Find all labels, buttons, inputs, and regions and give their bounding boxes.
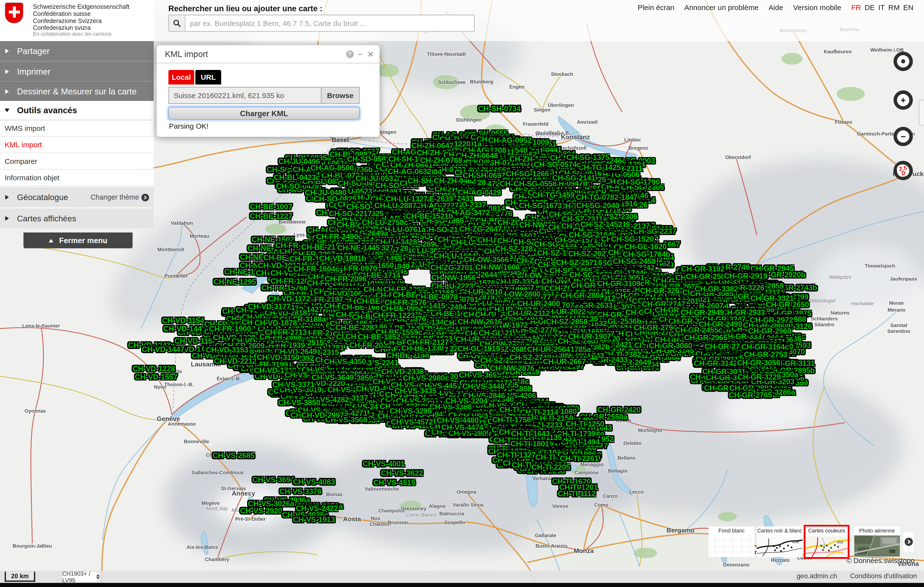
sidebar-subitem-information-objet[interactable]: Information objet	[0, 170, 154, 186]
toggle-25d-button[interactable]: 2.5 D	[893, 161, 913, 180]
sidebar-item-cartes-affichees[interactable]: Cartes affichées	[0, 207, 154, 228]
org-line: Schweizerische Eidgenossenschaft	[33, 3, 129, 10]
scale-bar: 20 km	[5, 572, 35, 582]
parsing-status: Parsing OK!	[169, 122, 208, 131]
help-icon[interactable]: ?	[346, 50, 353, 58]
geoadmin-app: {"x":0}	[0, 0, 924, 587]
zoom-in-button[interactable]: +	[893, 91, 913, 110]
file-value: Suisse 20160221.kml, 621.935 ko	[169, 88, 321, 103]
basemap-label: Cartes couleurs	[805, 527, 848, 534]
sidebar-item-label: Géocatalogue	[17, 192, 68, 202]
sidebar: Partager Imprimer Dessiner & Mesurer sur…	[0, 41, 154, 228]
tab-url[interactable]: URL	[195, 70, 221, 84]
org-line: Confédération suisse	[33, 10, 91, 17]
basemap-label: Fond blanc	[709, 527, 754, 534]
basemap-thumb-blank	[709, 534, 754, 557]
basemap-next-button[interactable]	[903, 532, 914, 552]
basemap-thumb-color: 458	[805, 534, 848, 557]
file-input[interactable]: Suisse 20160221.kml, 621.935 ko Browse	[168, 87, 360, 104]
sidebar-item-label: Partager	[17, 46, 50, 56]
chevron-right-icon	[5, 89, 9, 94]
chevron-right-icon	[5, 216, 9, 221]
subitem-label: Information objet	[5, 174, 59, 182]
org-line: Confederaziun svizra	[33, 24, 91, 31]
swiss-coat-of-arms-icon	[5, 3, 23, 23]
basemap-label: Cartes noir & blanc	[757, 527, 802, 534]
minus-icon: −	[897, 131, 909, 142]
sidebar-item-label: Dessiner & Mesurer sur la carte	[17, 87, 137, 96]
tab-local[interactable]: Local	[168, 70, 194, 84]
language-switcher: FRDEITRMEN	[851, 3, 913, 12]
crs-label: CH1903+ / LV95	[62, 570, 94, 583]
sort-arrows-icon	[96, 574, 100, 579]
map-attribution: © Données:swisstopo	[846, 556, 915, 565]
default-extent-button[interactable]	[893, 51, 913, 71]
top-links: Plein écranAnnoncer un problèmeAideVersi…	[638, 3, 914, 12]
zoom-out-button[interactable]: −	[893, 127, 913, 146]
basemap-label: Photo aérienne	[854, 527, 900, 534]
close-menu-button[interactable]: Fermer menu	[23, 232, 132, 248]
basemap-photo-aerienne[interactable]: Photo aérienne	[854, 527, 900, 557]
change-theme-button[interactable]: Changer thème	[91, 193, 149, 202]
browse-button[interactable]: Browse	[321, 88, 359, 103]
plus-icon: +	[897, 94, 909, 106]
chevron-right-icon	[5, 69, 9, 74]
basemap-fond-blanc[interactable]: Fond blanc	[709, 527, 754, 557]
footer-bar: 20 km CH1903+ / LV95 geo.admin.chConditi…	[0, 570, 924, 583]
dialog-header[interactable]: KML import ? − ✕	[157, 45, 380, 63]
lang-de[interactable]: DE	[865, 3, 875, 12]
chevron-right-icon	[5, 49, 9, 53]
lang-en[interactable]: EN	[903, 3, 914, 12]
collaboration-note: En collaboration avec les cantons	[33, 31, 111, 37]
subitem-label: KML import	[5, 141, 42, 149]
chevron-right-icon	[5, 195, 9, 200]
sidebar-item-dessiner[interactable]: Dessiner & Mesurer sur la carte	[0, 81, 154, 101]
lang-rm[interactable]: RM	[888, 3, 900, 12]
sidebar-item-label: Cartes affichées	[17, 214, 76, 223]
sidebar-subitem-kml-import[interactable]: KML import	[0, 137, 154, 153]
sidebar-item-label: Imprimer	[17, 66, 51, 76]
close-icon[interactable]: ✕	[367, 50, 374, 58]
25d-icon: 2.5 D	[896, 164, 910, 178]
top-link[interactable]: Annoncer un problème	[685, 3, 759, 12]
close-menu-label: Fermer menu	[59, 236, 107, 245]
svg-text:458: 458	[792, 539, 799, 544]
lang-it[interactable]: IT	[878, 3, 885, 12]
top-link[interactable]: Plein écran	[638, 3, 675, 12]
panel-handle[interactable]	[919, 100, 924, 126]
sidebar-item-outils-avances[interactable]: Outils avancés	[0, 101, 154, 120]
chevron-down-icon	[5, 109, 9, 112]
top-link[interactable]: Aide	[769, 3, 783, 12]
basemap-thumb-bw: 458	[757, 534, 802, 557]
top-link[interactable]: Version mobile	[793, 3, 842, 12]
kml-import-dialog: KML import ? − ✕ Local URL Suisse 201602…	[157, 45, 380, 137]
basemap-cartes-couleurs[interactable]: Cartes couleurs 458	[804, 525, 850, 559]
change-theme-label: Changer thème	[91, 193, 139, 202]
sidebar-subitem-wms-import[interactable]: WMS import	[0, 120, 154, 137]
bottom-edge	[0, 583, 924, 587]
sidebar-item-geocatalogue[interactable]: Géocatalogue Changer thème	[0, 186, 154, 207]
crs-selector[interactable]: CH1903+ / LV95	[62, 572, 100, 582]
search-icon[interactable]	[169, 15, 185, 31]
search-box	[168, 15, 475, 32]
footer-link[interactable]: Conditions d'utilisation	[850, 572, 917, 579]
chevron-circle-icon	[141, 193, 149, 201]
basemap-noir-blanc[interactable]: Cartes noir & blanc 458	[757, 527, 802, 557]
target-icon	[901, 59, 905, 63]
search-label: Rechercher un lieu ou ajouter une carte …	[168, 4, 322, 13]
dialog-title: KML import	[165, 50, 208, 59]
footer-links: geo.admin.chConditions d'utilisation	[797, 572, 917, 579]
minimize-icon[interactable]: −	[358, 50, 363, 58]
triangle-up-icon	[49, 239, 53, 242]
load-kml-button[interactable]: Charger KML	[168, 107, 360, 120]
svg-text:458: 458	[837, 539, 843, 544]
search-input[interactable]	[185, 15, 474, 31]
sidebar-item-imprimer[interactable]: Imprimer	[0, 61, 154, 81]
sidebar-item-partager[interactable]: Partager	[0, 41, 154, 61]
footer-link[interactable]: geo.admin.ch	[797, 572, 837, 579]
subitem-label: WMS import	[5, 124, 45, 132]
chevron-circle-icon	[904, 537, 913, 546]
sidebar-subitem-comparer[interactable]: Comparer	[0, 153, 154, 169]
sidebar-item-label: Outils avancés	[17, 106, 77, 115]
lang-fr[interactable]: FR	[851, 3, 861, 12]
